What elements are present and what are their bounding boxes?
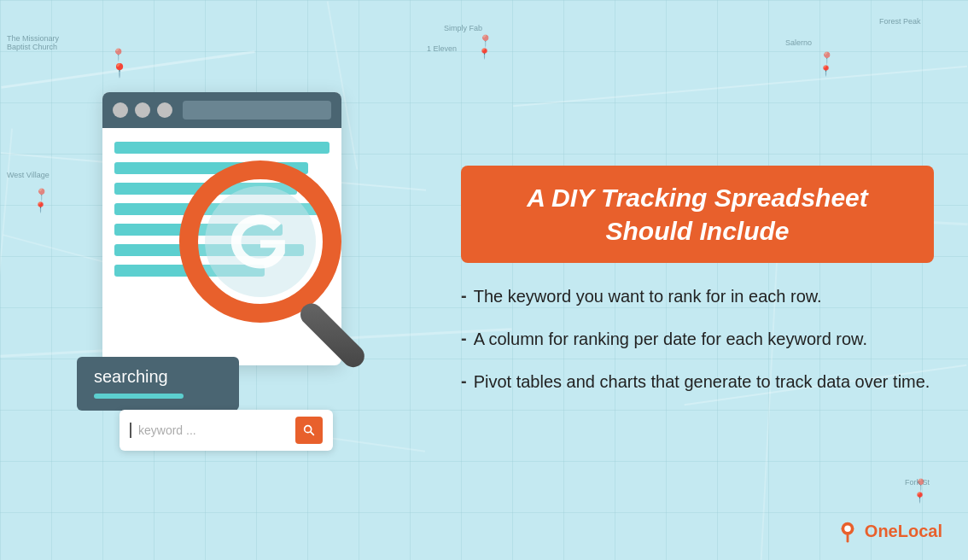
searching-progress-bar (94, 394, 184, 399)
title-line-1: A DIY Tracking Spreadsheet (527, 184, 868, 212)
onelocal-plain-text: Local (898, 522, 942, 540)
left-illustration: searching keyword ... (34, 58, 427, 502)
magnifier (179, 160, 384, 365)
title-text: A DIY Tracking Spreadsheet Should Includ… (485, 181, 910, 248)
title-line-2: Should Include (606, 217, 790, 245)
magnifier-g-icon (222, 203, 299, 280)
magnifier-inner (205, 186, 316, 297)
search-icon (302, 423, 316, 437)
onelocal-colored-text: One (865, 522, 898, 540)
bullet-text-3: Pivot tables and charts that generate to… (474, 369, 930, 394)
bullet-dash-3: - (461, 369, 467, 393)
onelocal-logo: OneLocal (836, 519, 942, 543)
bullet-dash-1: - (461, 283, 467, 307)
bullet-item-2: - A column for ranking per date for each… (461, 326, 934, 352)
magnifier-circle (179, 160, 341, 323)
browser-dot-3 (157, 102, 172, 118)
search-submit-button[interactable] (295, 417, 323, 444)
right-content-section: A DIY Tracking Spreadsheet Should Includ… (427, 166, 934, 394)
browser-titlebar (102, 92, 341, 128)
magnifier-handle (296, 299, 370, 372)
onelocal-brand-text: OneLocal (865, 522, 942, 541)
svg-line-1 (311, 432, 314, 435)
bullet-dash-2: - (461, 326, 467, 350)
searching-text: searching (94, 367, 222, 387)
search-placeholder-text: keyword ... (138, 423, 289, 437)
bullet-list: - The keyword you want to rank for in ea… (461, 283, 934, 394)
main-container: searching keyword ... A DIY Tracking Spr… (0, 0, 968, 560)
svg-point-3 (844, 525, 850, 531)
onelocal-icon (836, 519, 860, 543)
content-line-1 (114, 142, 329, 154)
bullet-text-1: The keyword you want to rank for in each… (474, 283, 822, 309)
title-box: A DIY Tracking Spreadsheet Should Includ… (461, 166, 934, 263)
bullet-item-1: - The keyword you want to rank for in ea… (461, 283, 934, 309)
browser-address-bar (183, 101, 331, 120)
search-cursor (130, 423, 131, 438)
browser-dot-2 (135, 102, 150, 118)
search-input-bar[interactable]: keyword ... (120, 410, 333, 451)
bullet-text-2: A column for ranking per date for each k… (474, 326, 867, 352)
searching-popup: searching (77, 357, 239, 411)
browser-dot-1 (113, 102, 128, 118)
bullet-item-3: - Pivot tables and charts that generate … (461, 369, 934, 394)
